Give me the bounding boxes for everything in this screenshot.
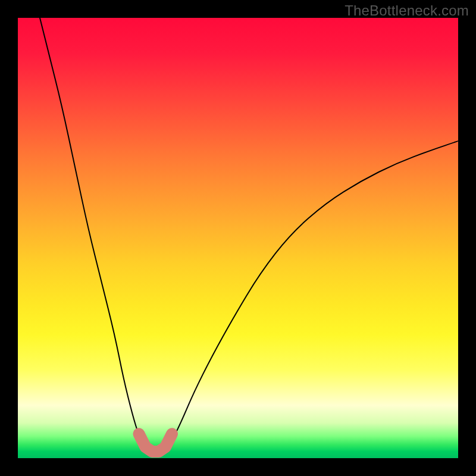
watermark-text: TheBottleneck.com [345,2,469,19]
highlight-layer [18,18,458,458]
chart-frame [18,18,458,458]
valley-highlight [139,434,173,452]
